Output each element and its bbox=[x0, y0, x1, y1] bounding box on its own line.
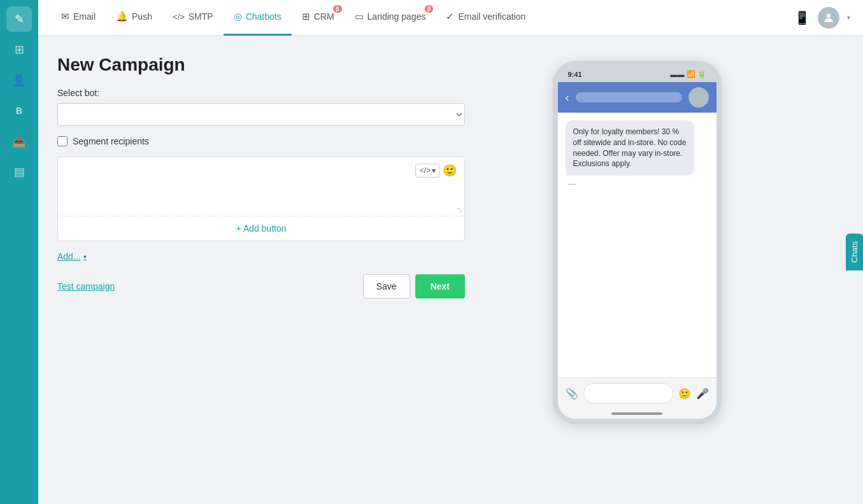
nav-label-chatbots: Chatbots bbox=[246, 11, 282, 22]
phone-message-bubble: Only for loyalty members! 30 % off sitew… bbox=[566, 120, 695, 176]
phone-status-right: ▬▬ 📶 🔋 bbox=[671, 70, 706, 78]
right-panel: 9:41 ▬▬ 📶 🔋 ‹ Only for loyalty members! … bbox=[548, 55, 726, 485]
add-dropdown[interactable]: Add... ▾ bbox=[57, 251, 529, 262]
sidebar-icon-edit[interactable]: ✎ bbox=[6, 6, 32, 32]
add-dropdown-label: Add... bbox=[57, 251, 81, 262]
sidebar-icon-user[interactable]: 👤 bbox=[6, 67, 32, 93]
wifi-icon: ▬▬ bbox=[671, 71, 685, 78]
battery-icon: 🔋 bbox=[697, 70, 706, 78]
add-dropdown-caret-icon: ▾ bbox=[83, 253, 87, 260]
mobile-preview-icon[interactable]: 📱 bbox=[794, 10, 810, 25]
top-nav: ✉ Email 🔔 Push </> SMTP ◎ Chatbots ⊞ CRM… bbox=[38, 0, 863, 36]
phone-mockup: 9:41 ▬▬ 📶 🔋 ‹ Only for loyalty members! … bbox=[553, 61, 722, 424]
phone-back-arrow-icon[interactable]: ‹ bbox=[566, 91, 569, 104]
nav-item-push[interactable]: 🔔 Push bbox=[106, 0, 162, 36]
nav-label-smtp: SMTP bbox=[189, 11, 213, 22]
svg-point-0 bbox=[827, 13, 831, 18]
email-verify-nav-icon: ✓ bbox=[446, 11, 454, 22]
bot-select[interactable] bbox=[57, 103, 465, 126]
nav-item-email-verification[interactable]: ✓ Email verification bbox=[436, 0, 536, 36]
nav-item-crm[interactable]: ⊞ CRM β bbox=[292, 0, 345, 36]
nav-label-crm: CRM bbox=[314, 11, 334, 22]
signal-icon: 📶 bbox=[687, 70, 695, 78]
editor-textarea-wrapper: </> ▾ 🙂 ⤡ bbox=[58, 157, 464, 216]
main-wrapper: ✉ Email 🔔 Push </> SMTP ◎ Chatbots ⊞ CRM… bbox=[38, 0, 863, 504]
phone-attachment-icon[interactable]: 📎 bbox=[566, 388, 578, 400]
nav-item-chatbots[interactable]: ◎ Chatbots bbox=[224, 0, 292, 36]
phone-emoji-icon[interactable]: 🙂 bbox=[678, 388, 691, 400]
chatbots-nav-icon: ◎ bbox=[234, 11, 242, 22]
email-nav-icon: ✉ bbox=[61, 11, 69, 22]
phone-message-dash: — bbox=[568, 179, 709, 188]
avatar-caret-icon[interactable]: ▾ bbox=[847, 14, 850, 21]
nav-label-email: Email bbox=[73, 11, 96, 22]
select-bot-label: Select bot: bbox=[57, 88, 529, 98]
sidebar: ✎ ⊞ 👤 В 📥 ▤ bbox=[0, 0, 38, 504]
btn-group: Save Next bbox=[363, 274, 465, 298]
nav-label-push: Push bbox=[132, 11, 152, 22]
code-button[interactable]: </> ▾ bbox=[415, 164, 440, 178]
nav-items: ✉ Email 🔔 Push </> SMTP ◎ Chatbots ⊞ CRM… bbox=[51, 0, 794, 36]
nav-label-landing: Landing pages bbox=[367, 11, 426, 22]
segment-checkbox[interactable] bbox=[57, 136, 68, 146]
phone-contact-name-bar bbox=[576, 92, 682, 102]
add-button-link[interactable]: + Add button bbox=[236, 223, 286, 234]
bottom-actions: Test campaign Save Next bbox=[57, 274, 465, 298]
editor-textarea[interactable] bbox=[66, 162, 410, 213]
crm-nav-icon: ⊞ bbox=[302, 11, 310, 22]
left-panel: New Campaign Select bot: Segment recipie… bbox=[57, 55, 529, 485]
phone-contact-avatar bbox=[688, 87, 709, 108]
segment-label: Segment recipients bbox=[73, 136, 149, 146]
phone-home-indicator bbox=[611, 412, 662, 415]
sidebar-icon-vk[interactable]: В bbox=[6, 98, 32, 123]
avatar[interactable] bbox=[818, 7, 839, 29]
landing-nav-icon: ▭ bbox=[355, 11, 364, 22]
phone-status-bar: 9:41 ▬▬ 📶 🔋 bbox=[558, 66, 717, 82]
chats-side-button[interactable]: Chats bbox=[846, 234, 863, 270]
phone-bottom-bar bbox=[558, 409, 717, 419]
code-btn-caret: ▾ bbox=[432, 166, 436, 175]
nav-item-smtp[interactable]: </> SMTP bbox=[162, 0, 224, 36]
nav-item-email[interactable]: ✉ Email bbox=[51, 0, 106, 36]
emoji-button[interactable]: 🙂 bbox=[443, 164, 457, 178]
phone-input-bar: 📎 🙂 🎤 bbox=[558, 377, 717, 409]
sidebar-icon-layout[interactable]: ▤ bbox=[6, 159, 32, 185]
nav-item-landing[interactable]: ▭ Landing pages β bbox=[345, 0, 436, 36]
nav-label-email-verification: Email verification bbox=[458, 11, 525, 22]
content-area: New Campaign Select bot: Segment recipie… bbox=[38, 36, 863, 504]
sidebar-icon-inbox[interactable]: 📥 bbox=[6, 129, 32, 154]
test-campaign-link[interactable]: Test campaign bbox=[57, 281, 115, 291]
save-button[interactable]: Save bbox=[363, 274, 410, 298]
smtp-nav-icon: </> bbox=[173, 12, 185, 22]
message-editor: </> ▾ 🙂 ⤡ + Add button bbox=[57, 157, 465, 241]
code-icon: </> bbox=[420, 166, 431, 175]
next-button[interactable]: Next bbox=[415, 274, 465, 298]
nav-right: 📱 ▾ bbox=[794, 7, 850, 29]
phone-chat-body: Only for loyalty members! 30 % off sitew… bbox=[558, 113, 717, 377]
landing-beta-badge: β bbox=[425, 5, 434, 13]
sidebar-icon-grid[interactable]: ⊞ bbox=[6, 37, 32, 62]
segment-row: Segment recipients bbox=[57, 136, 529, 146]
phone-input-field[interactable] bbox=[583, 383, 673, 403]
add-button-row: + Add button bbox=[58, 216, 464, 241]
phone-chat-header: ‹ bbox=[558, 82, 717, 113]
crm-beta-badge: β bbox=[333, 5, 342, 13]
push-nav-icon: 🔔 bbox=[116, 11, 128, 22]
resize-handle-icon: ⤡ bbox=[457, 206, 463, 214]
phone-mic-icon[interactable]: 🎤 bbox=[696, 388, 709, 400]
phone-time: 9:41 bbox=[568, 71, 582, 78]
page-title: New Campaign bbox=[57, 55, 529, 75]
